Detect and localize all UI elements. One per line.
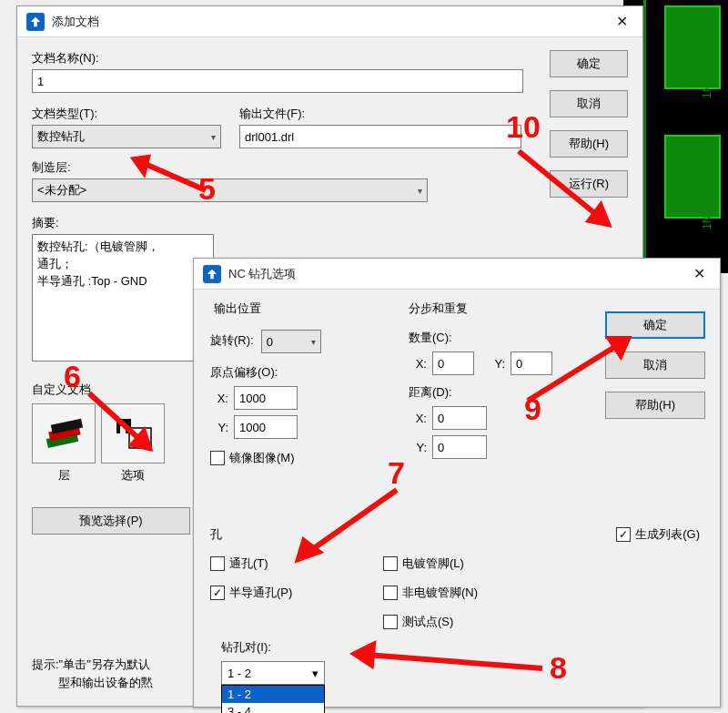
summary-label: 摘要: <box>32 215 332 231</box>
drill-pair-option[interactable]: 3 - 4 <box>222 703 324 713</box>
preview-selection-button[interactable]: 预览选择(P) <box>32 507 190 535</box>
titlebar[interactable]: 添加文档 ✕ <box>17 6 642 37</box>
help-button[interactable]: 帮助(H) <box>550 130 628 158</box>
close-icon[interactable]: ✕ <box>601 6 642 36</box>
count-x-input[interactable] <box>432 351 474 375</box>
ok-button[interactable]: 确定 <box>550 50 628 77</box>
drill-pair-dropdown[interactable]: 1 - 2 3 - 4 <box>221 685 325 713</box>
origin-offset-label: 原点偏移(O): <box>210 364 392 381</box>
origin-x-input[interactable] <box>234 386 298 410</box>
tool-layer-label: 层 <box>32 467 96 484</box>
holes-legend: 孔 <box>210 526 578 543</box>
generate-list-checkbox[interactable] <box>616 527 631 542</box>
step-repeat-legend: 分步和重复 <box>409 300 468 317</box>
doc-name-input[interactable] <box>32 69 523 93</box>
drill-pair-option[interactable]: 1 - 2 <box>222 686 324 703</box>
app-icon <box>26 13 45 31</box>
mfg-layer-label: 制造层: <box>32 159 428 176</box>
testpoint-checkbox[interactable] <box>383 615 398 629</box>
app-icon <box>203 265 221 283</box>
ok-button[interactable]: 确定 <box>605 311 705 339</box>
help-button[interactable]: 帮助(H) <box>605 392 705 419</box>
dialog-nc-drill-options: NC 钻孔选项 ✕ 输出位置 分步和重复 旋转(R): 0 ▾ 原点偏移(O):… <box>193 258 721 708</box>
doc-type-select[interactable]: 数控钻孔 ▾ <box>32 125 221 148</box>
origin-y-input[interactable] <box>234 415 298 439</box>
cancel-button[interactable]: 取消 <box>605 351 705 379</box>
distance-label: 距离(D): <box>409 384 572 401</box>
mfg-layer-select[interactable]: <未分配> ▾ <box>32 178 428 202</box>
mirror-checkbox[interactable] <box>210 451 225 465</box>
plated-checkbox[interactable] <box>383 556 398 571</box>
summary-textarea[interactable]: 数控钻孔:（电镀管脚， 通孔； 半导通孔 :Top - GND <box>32 234 214 362</box>
drill-pair-combobox[interactable]: 1 - 2 ▾ 1 - 2 3 - 4 <box>221 661 325 713</box>
mfg-layer-value: <未分配> <box>37 182 86 199</box>
titlebar[interactable]: NC 钻孔选项 ✕ <box>194 259 720 290</box>
chevron-down-icon: ▾ <box>311 337 316 347</box>
output-file-input[interactable] <box>239 125 521 148</box>
doc-type-label: 文档类型(T): <box>32 106 221 122</box>
partial-checkbox[interactable] <box>210 586 225 600</box>
output-file-label: 输出文件(F): <box>239 106 521 122</box>
cancel-button[interactable]: 取消 <box>550 90 628 117</box>
count-label: 数量(C): <box>409 330 572 346</box>
svg-rect-6 <box>138 443 140 446</box>
doc-type-value: 数控钻孔 <box>37 128 85 145</box>
run-button[interactable]: 运行(R) <box>550 170 628 198</box>
tool-options-button[interactable] <box>101 403 165 463</box>
doc-name-label: 文档名称(N): <box>32 50 523 66</box>
dist-y-input[interactable] <box>432 435 487 459</box>
close-icon[interactable]: ✕ <box>678 259 720 289</box>
svg-rect-4 <box>131 443 133 446</box>
chevron-down-icon: ▾ <box>312 667 318 680</box>
rotate-select[interactable]: 0 ▾ <box>261 330 321 353</box>
count-y-input[interactable] <box>511 351 552 375</box>
through-checkbox[interactable] <box>210 556 225 571</box>
drill-pair-label: 钻孔对(I): <box>221 639 271 656</box>
output-position-legend: 输出位置 <box>214 300 261 317</box>
svg-rect-7 <box>142 443 144 446</box>
unplated-checkbox[interactable] <box>383 586 398 600</box>
rotate-label: 旋转(R): <box>210 332 254 349</box>
chevron-down-icon: ▾ <box>211 132 216 142</box>
tool-option-label: 选项 <box>101 467 165 484</box>
svg-rect-5 <box>135 443 136 446</box>
generate-list-label: 生成列表(G) <box>635 526 700 543</box>
dialog-title: 添加文档 <box>52 14 601 30</box>
mirror-label: 镜像图像(M) <box>229 450 295 466</box>
dialog-title: NC 钻孔选项 <box>228 266 678 282</box>
chevron-down-icon: ▾ <box>418 186 422 196</box>
tool-layer-button[interactable] <box>32 403 96 463</box>
dist-x-input[interactable] <box>432 406 487 430</box>
